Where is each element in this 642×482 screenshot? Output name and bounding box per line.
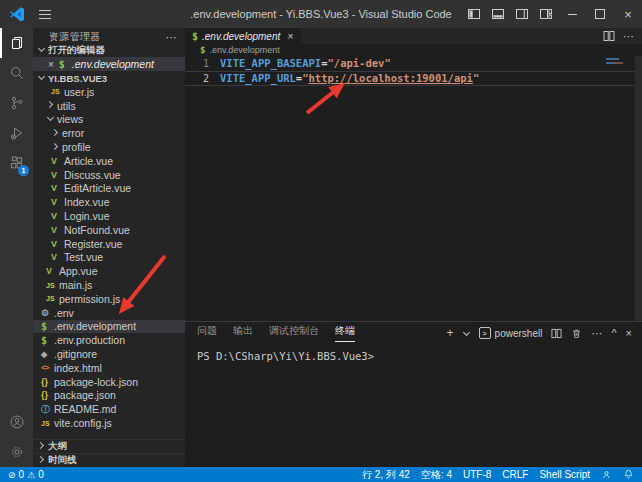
tab-env-development[interactable]: $ .env.development × — [185, 28, 301, 44]
open-editor-item[interactable]: × $ .env.development — [33, 57, 185, 71]
toggle-sidebar-icon[interactable] — [462, 0, 486, 28]
split-editor-icon[interactable] — [603, 30, 615, 42]
vue-file-icon: V — [46, 266, 59, 276]
language-mode-status[interactable]: Shell Script — [539, 469, 590, 480]
tab-debug-console[interactable]: 调试控制台 — [269, 324, 319, 342]
eol-status[interactable]: CRLF — [502, 469, 528, 480]
tree-item[interactable]: VArticle.vue — [33, 154, 185, 168]
extensions-badge: 1 — [18, 165, 29, 176]
toggle-secondary-sidebar-icon[interactable] — [510, 0, 534, 28]
indentation-status[interactable]: 空格: 4 — [421, 468, 452, 482]
terminal-dropdown-icon[interactable] — [463, 330, 470, 337]
tree-item[interactable]: VLogin.vue — [33, 209, 185, 223]
minimize-button[interactable] — [558, 0, 586, 28]
tree-item[interactable]: ⓘREADME.md — [33, 402, 185, 416]
menu-hamburger-icon[interactable] — [39, 10, 51, 19]
split-terminal-icon[interactable] — [551, 328, 562, 339]
js-file-icon: JS — [41, 420, 54, 427]
chevron-down-icon — [37, 46, 46, 55]
encoding-status[interactable]: UTF-8 — [463, 469, 491, 480]
outline-section[interactable]: 大纲 — [33, 439, 185, 453]
feedback-icon[interactable] — [601, 469, 612, 480]
tree-item[interactable]: {}package.json — [33, 389, 185, 403]
cursor-position-status[interactable]: 行 2, 列 42 — [362, 468, 410, 482]
tree-item[interactable]: VNotFound.vue — [33, 223, 185, 237]
code-line-1: 1 VITE_APP_BASEAPI="/api-dev" — [185, 56, 642, 71]
tree-item-folder[interactable]: profile — [33, 140, 185, 154]
open-editors-section[interactable]: 打开的编辑器 — [33, 44, 185, 57]
line-number: 2 — [185, 71, 220, 86]
kill-terminal-icon[interactable] — [571, 328, 582, 339]
tree-item[interactable]: VDiscuss.vue — [33, 168, 185, 182]
chevron-right-icon — [37, 442, 46, 451]
tree-item[interactable]: JSuser.js — [33, 85, 185, 99]
close-window-button[interactable]: × — [614, 0, 642, 28]
js-file-icon: JS — [51, 88, 64, 95]
explorer-activity-icon[interactable] — [0, 28, 33, 58]
panel-tab-bar: 问题 输出 调试控制台 终端 + > powershell — [185, 322, 642, 344]
close-panel-icon[interactable]: × — [626, 327, 632, 339]
tree-item[interactable]: <>index.html — [33, 361, 185, 375]
vue-file-icon: V — [51, 211, 64, 221]
maximize-panel-icon[interactable]: ^ — [611, 327, 616, 339]
tree-item[interactable]: {}package-lock.json — [33, 375, 185, 389]
git-file-icon: ◆ — [41, 350, 54, 359]
maximize-button[interactable] — [586, 0, 614, 28]
tree-item[interactable]: ⚙.env — [33, 306, 185, 320]
code-line-2: 2 VITE_APP_URL="http://localhost:19001/a… — [185, 71, 642, 86]
tree-item-folder[interactable]: views — [33, 113, 185, 127]
tree-item-folder[interactable]: error — [33, 126, 185, 140]
chevron-right-icon — [37, 456, 46, 465]
powershell-icon: > — [479, 327, 491, 339]
tree-item[interactable]: ◆.gitignore — [33, 347, 185, 361]
toggle-panel-icon[interactable] — [486, 0, 510, 28]
vue-file-icon: V — [51, 225, 64, 235]
env-file-icon: $ — [200, 45, 205, 55]
chevron-down-icon — [37, 74, 46, 83]
tree-item[interactable]: VIndex.vue — [33, 195, 185, 209]
editor-more-actions-icon[interactable]: ⋯ — [623, 30, 634, 43]
terminal-output[interactable]: PS D:\CSharp\Yi\Yi.BBS.Vue3> — [185, 344, 642, 467]
timeline-section[interactable]: 时间线 — [33, 453, 185, 467]
minimap[interactable] — [606, 58, 630, 64]
editor-scrollbar[interactable] — [635, 56, 642, 321]
tree-item[interactable]: JSpermission.js — [33, 292, 185, 306]
status-bar: ⊘ 0 ⚠ 0 行 2, 列 42 空格: 4 UTF-8 CRLF Shell… — [0, 467, 642, 482]
vscode-window: .env.development - Yi.BBS.Vue3 - Visual … — [0, 0, 642, 482]
tab-output[interactable]: 输出 — [233, 324, 253, 342]
tree-item[interactable]: JSvite.config.js — [33, 416, 185, 430]
close-editor-icon[interactable]: × — [48, 59, 54, 70]
tree-item[interactable]: $.env.production — [33, 333, 185, 347]
tab-terminal[interactable]: 终端 — [335, 324, 355, 342]
notifications-bell-icon[interactable] — [623, 469, 634, 480]
project-root-folder[interactable]: YI.BBS.VUE3 — [33, 71, 185, 85]
run-debug-activity-icon[interactable] — [0, 118, 33, 148]
explorer-more-actions-icon[interactable]: ⋯ — [166, 31, 177, 44]
bottom-panel: 问题 输出 调试控制台 终端 + > powershell — [185, 321, 642, 467]
extensions-activity-icon[interactable]: 1 — [0, 148, 33, 178]
env-file-icon: $ — [41, 335, 54, 346]
url-link[interactable]: http://localhost:19001/api — [309, 71, 473, 86]
search-activity-icon[interactable] — [0, 58, 33, 88]
tree-item[interactable]: VTest.vue — [33, 251, 185, 265]
tree-item-folder[interactable]: utils — [33, 99, 185, 113]
account-icon[interactable] — [0, 407, 33, 437]
shell-label[interactable]: powershell — [495, 328, 543, 339]
vue-file-icon: V — [51, 252, 64, 262]
source-control-activity-icon[interactable] — [0, 88, 33, 118]
new-terminal-icon[interactable]: + — [447, 326, 454, 340]
file-tree: JSuser.js utils views error profile VArt… — [33, 85, 185, 430]
tree-item[interactable]: VApp.vue — [33, 264, 185, 278]
tab-problems[interactable]: 问题 — [197, 324, 217, 342]
tree-item[interactable]: VEditArticle.vue — [33, 182, 185, 196]
problems-status[interactable]: ⊘ 0 ⚠ 0 — [8, 469, 44, 480]
settings-gear-icon[interactable] — [0, 437, 33, 467]
tree-item[interactable]: JSmain.js — [33, 278, 185, 292]
breadcrumb[interactable]: $ .env.development — [185, 44, 642, 56]
tab-close-icon[interactable]: × — [287, 30, 293, 42]
tree-item[interactable]: VRegister.vue — [33, 237, 185, 251]
tree-item-selected[interactable]: $.env.development — [33, 320, 185, 334]
editor-code-area[interactable]: 1 VITE_APP_BASEAPI="/api-dev" 2 VITE_APP… — [185, 56, 642, 321]
panel-more-actions-icon[interactable]: ⋯ — [591, 327, 602, 340]
customize-layout-icon[interactable] — [534, 0, 558, 28]
